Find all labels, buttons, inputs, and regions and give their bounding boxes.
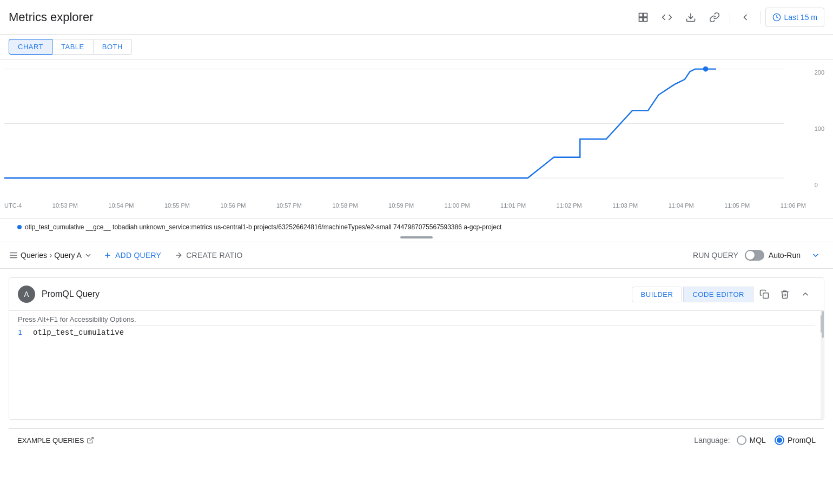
- chart-svg: [4, 64, 810, 194]
- run-query-btn[interactable]: RUN QUERY: [693, 251, 738, 260]
- expand-icon: [811, 250, 821, 260]
- svg-rect-15: [763, 293, 769, 299]
- svg-line-16: [89, 437, 92, 441]
- expand-queries-btn[interactable]: [807, 247, 824, 264]
- promql-radio[interactable]: PromQL: [775, 435, 816, 445]
- query-toolbar: Queries › Query A ADD QUERY CREATE RATIO…: [0, 242, 833, 269]
- example-queries-link[interactable]: EXAMPLE QUERIES: [17, 436, 94, 445]
- code-editor-tab[interactable]: CODE EDITOR: [683, 287, 753, 302]
- chart-legend: otlp_test_cumulative __gce__ tobadiah un…: [9, 221, 824, 234]
- queries-list-icon: [9, 250, 18, 260]
- collapse-icon: [801, 289, 810, 299]
- legend-text: otlp_test_cumulative __gce__ tobadiah un…: [25, 223, 501, 231]
- code-editor-scrollthumb[interactable]: [822, 311, 824, 338]
- add-query-label: ADD QUERY: [115, 251, 161, 260]
- chart-legend-area: otlp_test_cumulative __gce__ tobadiah un…: [0, 219, 833, 242]
- svg-rect-3: [643, 17, 647, 21]
- ratio-icon: [174, 251, 183, 260]
- copy-icon: [759, 289, 769, 299]
- table-view-icon-btn[interactable]: [632, 6, 654, 28]
- example-queries-label: EXAMPLE QUERIES: [17, 436, 84, 445]
- time-range-btn[interactable]: Last 15 m: [765, 8, 824, 27]
- add-icon: [103, 251, 112, 260]
- header-divider-2: [761, 11, 761, 24]
- mql-radio-circle: [737, 435, 746, 445]
- auto-run-toggle-track[interactable]: [745, 250, 764, 261]
- promql-label: PromQL: [788, 436, 816, 445]
- query-panel-header: A PromQL Query BUILDER CODE EDITOR: [9, 278, 824, 311]
- mql-label: MQL: [750, 436, 766, 445]
- create-ratio-btn[interactable]: CREATE RATIO: [168, 248, 249, 263]
- accessibility-hint: Press Alt+F1 for Accessibility Options.: [18, 315, 815, 323]
- query-panel-title: PromQL Query: [42, 289, 632, 299]
- delete-query-btn[interactable]: [775, 284, 795, 304]
- queries-label-text: Queries: [21, 251, 47, 260]
- toggle-knob: [746, 251, 755, 260]
- auto-run-toggle: Auto-Run: [745, 250, 801, 261]
- queries-menu-btn[interactable]: Queries: [9, 250, 47, 260]
- svg-rect-2: [639, 17, 643, 21]
- back-icon-btn[interactable]: [735, 6, 756, 28]
- tab-chart[interactable]: CHART: [9, 39, 52, 55]
- create-ratio-label: CREATE RATIO: [186, 251, 242, 260]
- page-title: Metrics explorer: [9, 10, 93, 24]
- scroll-bar[interactable]: [9, 234, 824, 241]
- query-name-label: Query A: [54, 251, 82, 260]
- auto-run-label: Auto-Run: [769, 251, 801, 260]
- tab-table[interactable]: TABLE: [52, 39, 94, 55]
- view-tabs: CHART TABLE BOTH: [0, 35, 833, 59]
- svg-rect-0: [639, 13, 643, 17]
- language-label: Language:: [694, 436, 730, 445]
- header-actions: Last 15 m: [632, 6, 824, 28]
- promql-radio-dot: [777, 437, 782, 443]
- download-icon-btn[interactable]: [680, 6, 702, 28]
- y-label-0: 0: [815, 182, 824, 188]
- query-panel: A PromQL Query BUILDER CODE EDITOR: [9, 277, 824, 420]
- language-radio-group: MQL PromQL: [737, 435, 816, 445]
- line-number: 1: [18, 328, 24, 336]
- external-link-icon: [87, 436, 94, 444]
- add-query-btn[interactable]: ADD QUERY: [97, 248, 168, 263]
- y-label-100: 100: [815, 125, 824, 132]
- code-scrollbar: [821, 315, 822, 333]
- tab-both[interactable]: BOTH: [94, 39, 132, 55]
- scroll-thumb: [400, 236, 433, 238]
- query-selector[interactable]: Query A: [54, 251, 92, 260]
- builder-tab[interactable]: BUILDER: [632, 287, 683, 302]
- copy-query-btn[interactable]: [755, 284, 774, 304]
- mql-radio[interactable]: MQL: [737, 435, 766, 445]
- chart-container: 200 100 0 UTC-4 10:53 PM 10:54 PM 10:55 …: [0, 59, 833, 219]
- collapse-query-btn[interactable]: [796, 284, 815, 304]
- query-avatar: A: [18, 286, 35, 303]
- link-icon-btn[interactable]: [704, 6, 725, 28]
- code-line-1: 1 otlp_test_cumulative: [18, 328, 815, 337]
- header-divider: [730, 11, 730, 24]
- code-content[interactable]: otlp_test_cumulative: [33, 328, 124, 337]
- header: Metrics explorer: [0, 0, 833, 35]
- code-editor-area[interactable]: Press Alt+F1 for Accessibility Options. …: [9, 311, 824, 419]
- query-header-buttons: BUILDER CODE EDITOR: [632, 284, 815, 304]
- legend-dot: [17, 225, 22, 229]
- time-range-label: Last 15 m: [784, 13, 817, 22]
- bottom-bar: EXAMPLE QUERIES Language: MQL PromQL: [9, 428, 824, 452]
- delete-icon: [780, 289, 790, 299]
- promql-radio-circle: [775, 435, 784, 445]
- y-label-200: 200: [815, 69, 824, 76]
- chevron-right-icon: ›: [49, 250, 52, 260]
- code-icon-btn[interactable]: [656, 6, 678, 28]
- chart-endpoint-dot: [703, 67, 709, 72]
- svg-rect-1: [643, 13, 647, 17]
- query-dropdown-icon: [84, 251, 92, 260]
